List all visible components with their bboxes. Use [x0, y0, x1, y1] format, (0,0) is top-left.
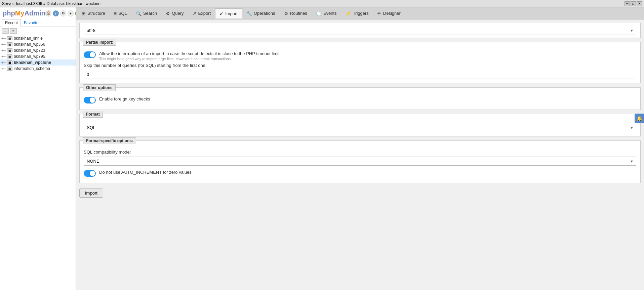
partial-import-toggle[interactable]: [84, 51, 96, 58]
operations-tab-icon: 🔧: [246, 11, 252, 16]
tab-export[interactable]: ↗ Export: [188, 8, 215, 18]
db-name-label: bknskhan_wp723: [14, 48, 45, 53]
charset-select-wrapper: utf-8 ▼: [84, 26, 636, 35]
triggers-tab-icon: ⚡: [346, 11, 351, 16]
tab-import[interactable]: ↙ Import: [215, 8, 242, 18]
triggers-tab-label: Triggers: [353, 11, 369, 16]
tab-search[interactable]: 🔍 Search: [131, 8, 161, 18]
partial-import-toggle-sublabel: This might be a good way to import large…: [99, 57, 281, 61]
format-select[interactable]: SQL: [84, 123, 636, 132]
expand-icon: +─: [1, 49, 6, 52]
designer-tab-icon: ✏: [377, 11, 381, 16]
partial-import-toggle-label-wrapper: Allow the interruption of an import in c…: [99, 51, 281, 61]
sidebar-db-item[interactable]: +─ ▦ bknskhan_linnie: [0, 35, 76, 41]
content-area: utf-8 ▼ Partial import:: [76, 19, 644, 290]
format-specific-section: Format-specific options: SQL compatibili…: [79, 140, 641, 183]
operations-tab-label: Operations: [254, 11, 275, 16]
new-icon[interactable]: +: [68, 10, 74, 16]
db-name-label: information_schema: [14, 66, 50, 71]
db-table-icon: ▦: [7, 48, 12, 52]
home-icon[interactable]: 🏠: [45, 10, 51, 16]
tab-operations[interactable]: 🔧 Operations: [242, 8, 280, 18]
foreign-key-toggle[interactable]: [84, 97, 96, 103]
compat-mode-label: SQL compatibility mode:: [84, 150, 636, 155]
partial-import-title: Partial import:: [83, 39, 116, 46]
restore-button[interactable]: □: [631, 1, 636, 6]
other-options-content: Enable foreign key checks: [80, 91, 640, 110]
search-tab-icon: 🔍: [136, 11, 142, 16]
partial-import-toggle-label: Allow the interruption of an import in c…: [99, 51, 281, 56]
format-header: Format: [83, 111, 103, 118]
server-link[interactable]: Server: localhost:3306: [2, 1, 42, 6]
db-name-label: bknskhan_wpclone: [14, 60, 51, 65]
import-button[interactable]: Import: [79, 189, 103, 198]
expand-all-button[interactable]: ≡: [10, 28, 17, 34]
auto-increment-toggle[interactable]: [84, 170, 96, 177]
db-name-label: bknskhan_linnie: [14, 36, 43, 41]
expand-icon: +─: [1, 67, 6, 71]
skip-queries-input[interactable]: [84, 70, 636, 79]
auto-increment-toggle-label: Do not use AUTO_INCREMENT for zero value…: [99, 170, 192, 175]
tab-events[interactable]: 🕐 Events: [312, 8, 341, 18]
export-tab-label: Export: [198, 11, 211, 16]
partial-import-toggle-row: Allow the interruption of an import in c…: [84, 51, 636, 61]
sql-tab-label: SQL: [118, 11, 127, 16]
sidebar-controls: ─ ≡: [0, 27, 76, 35]
tab-query[interactable]: ⚙ Query: [161, 8, 188, 18]
format-title: Format: [83, 111, 103, 118]
partial-import-section: Partial import: Allow the interruption o…: [79, 42, 641, 83]
export-tab-icon: ↗: [193, 11, 197, 16]
tab-designer[interactable]: ✏ Designer: [373, 8, 405, 18]
close-button[interactable]: ✕: [637, 1, 642, 6]
db-link[interactable]: Database: bknskhan_wpclone: [47, 1, 100, 6]
charset-box: utf-8 ▼: [79, 23, 641, 38]
expand-icon: +─: [1, 43, 6, 46]
collapse-all-button[interactable]: ─: [2, 28, 9, 34]
query-tab-icon: ⚙: [166, 11, 170, 16]
toggle-knob: [90, 52, 95, 57]
other-options-header: Other options: [83, 84, 116, 91]
top-bar: Server: localhost:3306 » Database: bknsk…: [0, 0, 644, 7]
info-icon[interactable]: i: [53, 10, 59, 16]
right-panel: ⊞ Structure ≡ SQL 🔍 Search ⚙ Query ↗ Exp…: [76, 7, 644, 290]
tab-routines[interactable]: ⚙ Routines: [280, 8, 312, 18]
format-specific-content: SQL compatibility mode: NONE ▼ Do not us…: [80, 144, 640, 183]
tab-sql[interactable]: ≡ SQL: [110, 8, 131, 18]
format-specific-header: Format-specific options:: [83, 137, 136, 144]
toggle-knob-ai: [90, 171, 95, 176]
search-tab-label: Search: [143, 11, 157, 16]
sidebar-db-item[interactable]: +─ ▦ bknskhan_wp795: [0, 53, 76, 59]
db-name-label: bknskhan_wp795: [14, 54, 45, 59]
foreign-key-toggle-label: Enable foreign key checks: [99, 96, 150, 101]
notification-bell-icon[interactable]: 🔔: [635, 114, 644, 123]
sidebar-db-item[interactable]: +─ ▦ bknskhan_wp723: [0, 47, 76, 53]
format-content: SQL ▼: [80, 118, 640, 136]
sidebar-db-item[interactable]: +─ ▦ bknskhan_wpclone: [0, 59, 76, 66]
sidebar-db-item[interactable]: +─ ▦ information_schema: [0, 66, 76, 72]
db-table-icon: ▦: [7, 42, 12, 46]
format-section: Format SQL ▼: [79, 114, 641, 136]
skip-queries-label: Skip this number of queries (for SQL) st…: [84, 63, 636, 68]
compat-select[interactable]: NONE: [84, 157, 636, 166]
toggle-knob-fk: [90, 97, 95, 103]
events-tab-label: Events: [323, 11, 337, 16]
charset-select[interactable]: utf-8: [84, 26, 636, 35]
window-controls: ─ □ ✕: [625, 1, 642, 6]
db-table-icon: ▦: [7, 60, 12, 65]
sidebar-header: phpMyAdmin 🏠 i ⚙ + ↺: [0, 7, 76, 19]
events-tab-icon: 🕐: [316, 11, 322, 16]
breadcrumb: Server: localhost:3306 » Database: bknsk…: [2, 1, 100, 6]
recent-tab[interactable]: Recent: [2, 19, 21, 27]
minimize-button[interactable]: ─: [625, 1, 630, 6]
db-table-icon: ▦: [7, 54, 12, 58]
tab-structure[interactable]: ⊞ Structure: [77, 8, 110, 18]
tab-triggers[interactable]: ⚡ Triggers: [341, 8, 373, 18]
settings-icon[interactable]: ⚙: [60, 10, 66, 16]
sidebar-tabs: Recent Favorites: [0, 19, 76, 27]
routines-tab-icon: ⚙: [284, 11, 288, 16]
sidebar-db-item[interactable]: +─ ▦ bknskhan_wp356: [0, 41, 76, 47]
compat-select-wrapper: NONE ▼: [84, 157, 636, 166]
expand-icon: +─: [1, 55, 6, 58]
favorites-tab[interactable]: Favorites: [21, 19, 43, 27]
logo: phpMyAdmin: [3, 9, 45, 17]
